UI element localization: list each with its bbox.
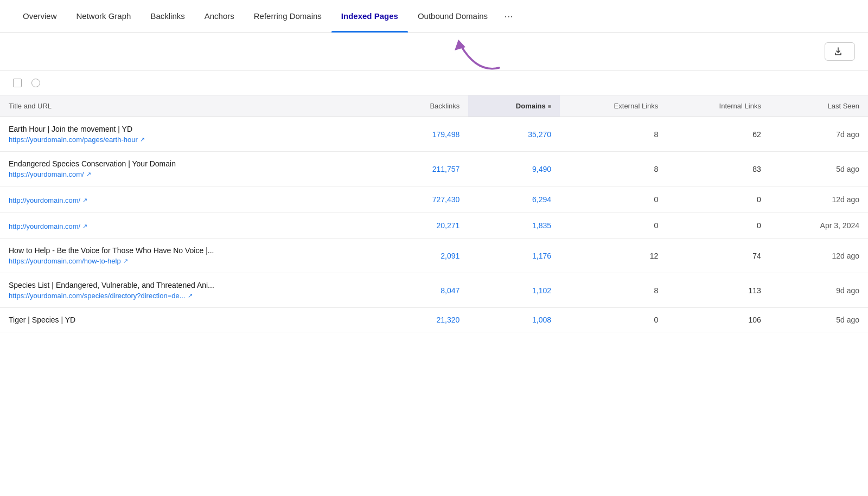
page-url[interactable]: https://yourdomain.com/species/directory… — [9, 292, 378, 300]
cell-domains-1: 9,490 — [468, 152, 560, 186]
export-button[interactable] — [825, 42, 855, 61]
nav-item-backlinks[interactable]: Backlinks — [141, 0, 194, 33]
col-header-backlinks: Backlinks — [387, 95, 469, 117]
external-link-icon: ↗ — [82, 223, 87, 230]
table-row: How to Help - Be the Voice for Those Who… — [0, 239, 868, 273]
nav-item-outbound-domains[interactable]: Outbound Domains — [408, 0, 497, 33]
cell-domains-3: 1,835 — [468, 212, 560, 239]
cell-domains-6: 1,008 — [468, 308, 560, 332]
col-header-internal-links: Internal Links — [667, 95, 770, 117]
header-row — [0, 33, 868, 71]
cell-external-links-0: 8 — [560, 117, 667, 152]
cell-external-links-6: 0 — [560, 308, 667, 332]
cell-last-seen-6: 5d ago — [770, 308, 868, 332]
page-title: Earth Hour | Join the movement | YD — [9, 125, 378, 133]
table-row: http://yourdomain.com/ ↗ 20,2711,83500Ap… — [0, 212, 868, 239]
cell-title-url-0: Earth Hour | Join the movement | YD http… — [0, 117, 387, 152]
page-title: Tiger | Species | YD — [9, 315, 378, 324]
cell-external-links-3: 0 — [560, 212, 667, 239]
cell-last-seen-4: 12d ago — [770, 239, 868, 273]
data-table: Title and URLBacklinksDomains≡External L… — [0, 95, 868, 332]
cell-last-seen-5: 9d ago — [770, 273, 868, 308]
cell-internal-links-0: 62 — [667, 117, 770, 152]
cell-internal-links-1: 83 — [667, 152, 770, 186]
cell-internal-links-2: 0 — [667, 186, 770, 212]
cell-domains-2: 6,294 — [468, 186, 560, 212]
external-link-icon: ↗ — [188, 292, 193, 299]
external-link-icon: ↗ — [86, 171, 91, 178]
cell-backlinks-3: 20,271 — [387, 212, 469, 239]
export-icon — [834, 47, 843, 56]
cell-internal-links-3: 0 — [667, 212, 770, 239]
cell-external-links-5: 8 — [560, 273, 667, 308]
nav-item-network-graph[interactable]: Network Graph — [67, 0, 141, 33]
cell-title-url-6: Tiger | Species | YD — [0, 308, 387, 332]
page-url[interactable]: https://yourdomain.com/pages/earth-hour … — [9, 136, 378, 144]
cell-title-url-5: Species List | Endangered, Vulnerable, a… — [0, 273, 387, 308]
cell-domains-0: 35,270 — [468, 117, 560, 152]
broken-pages-checkbox[interactable] — [13, 79, 22, 87]
nav-item-anchors[interactable]: Anchors — [195, 0, 244, 33]
cell-external-links-4: 12 — [560, 239, 667, 273]
cell-backlinks-1: 211,757 — [387, 152, 469, 186]
external-link-icon: ↗ — [123, 257, 128, 265]
page-url[interactable]: https://yourdomain.com/ ↗ — [9, 170, 378, 178]
sort-icon: ≡ — [548, 103, 551, 109]
cell-internal-links-4: 74 — [667, 239, 770, 273]
cell-title-url-2: http://yourdomain.com/ ↗ — [0, 186, 387, 212]
cell-internal-links-5: 113 — [667, 273, 770, 308]
info-icon[interactable] — [31, 79, 40, 87]
col-header-last-seen: Last Seen — [770, 95, 868, 117]
cell-backlinks-5: 8,047 — [387, 273, 469, 308]
nav-item-overview[interactable]: Overview — [13, 0, 67, 33]
cell-last-seen-1: 5d ago — [770, 152, 868, 186]
page-title: How to Help - Be the Voice for Those Who… — [9, 246, 378, 255]
external-link-icon: ↗ — [140, 136, 145, 143]
page-url[interactable]: http://yourdomain.com/ ↗ — [9, 196, 378, 204]
table-row: Earth Hour | Join the movement | YD http… — [0, 117, 868, 152]
nav-item-referring-domains[interactable]: Referring Domains — [244, 0, 331, 33]
cell-external-links-2: 0 — [560, 186, 667, 212]
table-row: Endangered Species Conservation | Your D… — [0, 152, 868, 186]
nav-item-indexed-pages[interactable]: Indexed Pages — [331, 0, 408, 33]
cell-backlinks-6: 21,320 — [387, 308, 469, 332]
cell-internal-links-6: 106 — [667, 308, 770, 332]
nav-more-button[interactable]: ··· — [497, 0, 520, 33]
cell-title-url-4: How to Help - Be the Voice for Those Who… — [0, 239, 387, 273]
cell-last-seen-2: 12d ago — [770, 186, 868, 212]
cell-domains-4: 1,176 — [468, 239, 560, 273]
data-table-container: Title and URLBacklinksDomains≡External L… — [0, 95, 868, 332]
table-row: http://yourdomain.com/ ↗ 727,4306,294001… — [0, 186, 868, 212]
external-link-icon: ↗ — [82, 197, 87, 204]
header-title-group — [13, 46, 17, 57]
col-header-external-links: External Links — [560, 95, 667, 117]
cell-domains-5: 1,102 — [468, 273, 560, 308]
nav-items: OverviewNetwork GraphBacklinksAnchorsRef… — [13, 0, 497, 33]
table-header: Title and URLBacklinksDomains≡External L… — [0, 95, 868, 117]
cell-title-url-3: http://yourdomain.com/ ↗ — [0, 212, 387, 239]
cell-title-url-1: Endangered Species Conservation | Your D… — [0, 152, 387, 186]
cell-external-links-1: 8 — [560, 152, 667, 186]
page-title: Endangered Species Conservation | Your D… — [9, 159, 378, 168]
table-body: Earth Hour | Join the movement | YD http… — [0, 117, 868, 332]
cell-backlinks-2: 727,430 — [387, 186, 469, 212]
cell-last-seen-0: 7d ago — [770, 117, 868, 152]
broken-pages-filter[interactable] — [13, 79, 26, 87]
col-header-domains[interactable]: Domains≡ — [468, 95, 560, 117]
page-url[interactable]: http://yourdomain.com/ ↗ — [9, 222, 378, 230]
cell-last-seen-3: Apr 3, 2024 — [770, 212, 868, 239]
page-title: Species List | Endangered, Vulnerable, a… — [9, 281, 378, 289]
table-row: Species List | Endangered, Vulnerable, a… — [0, 273, 868, 308]
filter-row — [0, 71, 868, 95]
page-url[interactable]: https://yourdomain.com/how-to-help ↗ — [9, 257, 378, 265]
navigation-bar: OverviewNetwork GraphBacklinksAnchorsRef… — [0, 0, 868, 33]
col-header-title-url: Title and URL — [0, 95, 387, 117]
cell-backlinks-4: 2,091 — [387, 239, 469, 273]
cell-backlinks-0: 179,498 — [387, 117, 469, 152]
table-row: Tiger | Species | YD21,3201,00801065d ag… — [0, 308, 868, 332]
